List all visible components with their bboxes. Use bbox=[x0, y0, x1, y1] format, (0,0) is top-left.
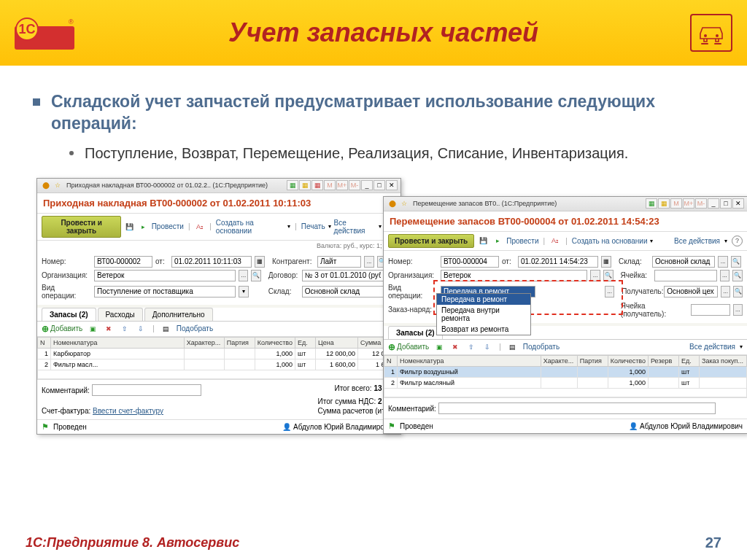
tb-icon[interactable]: ▦ bbox=[287, 180, 298, 190]
search-icon[interactable]: 🔍 bbox=[732, 270, 743, 281]
down-icon[interactable]: ⇩ bbox=[136, 324, 146, 334]
tb-m[interactable]: M bbox=[324, 180, 336, 190]
dropdown-icon[interactable]: ... bbox=[605, 286, 614, 298]
process-link[interactable]: Провести bbox=[506, 237, 538, 245]
tb-icon[interactable]: ▦ bbox=[658, 198, 670, 209]
items-table[interactable]: N Номенклатура Характер... Партия Количе… bbox=[37, 337, 400, 379]
comment-field[interactable] bbox=[92, 384, 201, 396]
search-icon[interactable]: 🔍 bbox=[251, 270, 260, 281]
close-icon[interactable]: ✕ bbox=[386, 180, 398, 190]
cell2-field[interactable] bbox=[691, 304, 730, 316]
process-icon[interactable]: ▸ bbox=[139, 222, 148, 232]
tb-mminus[interactable]: M- bbox=[695, 198, 707, 209]
process-link[interactable]: Провести bbox=[152, 222, 184, 230]
org-field[interactable] bbox=[94, 270, 236, 281]
warehouse-field[interactable] bbox=[302, 286, 384, 298]
search-icon[interactable]: 🔍 bbox=[733, 286, 743, 298]
number-field[interactable] bbox=[441, 256, 499, 268]
dropdown-option[interactable]: Возврат из ремонта bbox=[437, 324, 530, 335]
select-icon[interactable]: ... bbox=[590, 270, 600, 281]
create-based-link[interactable]: Создать на основании bbox=[572, 237, 648, 245]
down-icon[interactable]: ⇩ bbox=[482, 342, 492, 352]
date-field[interactable] bbox=[171, 256, 252, 268]
create-based-link[interactable]: Создать на основании bbox=[216, 219, 285, 235]
select-link[interactable]: Подобрать bbox=[177, 324, 213, 332]
contract-field[interactable] bbox=[302, 270, 384, 281]
tb-icon[interactable]: ▦ bbox=[299, 180, 311, 190]
operation-field[interactable] bbox=[94, 286, 236, 298]
select-link[interactable]: Подобрать bbox=[523, 343, 560, 351]
select-icon[interactable]: ... bbox=[720, 270, 730, 281]
select-icon[interactable]: ... bbox=[718, 256, 728, 268]
minimize-icon[interactable]: _ bbox=[708, 198, 719, 209]
tb-icon[interactable]: ▦ bbox=[311, 180, 323, 190]
add-button[interactable]: ⊕Добавить bbox=[42, 324, 82, 334]
save-icon[interactable]: 💾 bbox=[125, 222, 134, 232]
table-row[interactable]: 1Карбюратор1,000шт12 000,0012 000,0 bbox=[38, 348, 400, 359]
calendar-icon[interactable]: ▦ bbox=[601, 256, 611, 268]
all-actions-link[interactable]: Все действия bbox=[689, 343, 735, 351]
titlebar[interactable]: ⬤ ☆ Перемещение запасов ВТ0.. (1С:Предпр… bbox=[384, 197, 747, 211]
tab-expenses[interactable]: Расходы bbox=[98, 308, 143, 321]
invoice-link[interactable]: Ввести счет-фактуру bbox=[93, 407, 163, 415]
star-icon[interactable]: ☆ bbox=[53, 180, 63, 190]
warehouse-field[interactable] bbox=[652, 256, 715, 268]
calendar-icon[interactable]: ▦ bbox=[255, 256, 265, 268]
delete-icon[interactable]: ✖ bbox=[104, 324, 114, 334]
tb-m[interactable]: M bbox=[670, 198, 682, 209]
contragent-field[interactable] bbox=[317, 256, 361, 268]
date-field[interactable] bbox=[518, 256, 598, 268]
select-icon[interactable]: ... bbox=[364, 256, 374, 268]
receiver-field[interactable] bbox=[664, 286, 718, 298]
table-row[interactable]: 2Фильтр масляный1,000шт bbox=[384, 377, 747, 388]
search-icon[interactable]: 🔍 bbox=[603, 270, 614, 281]
process-icon[interactable]: ▸ bbox=[492, 236, 503, 246]
list-icon[interactable]: ▤ bbox=[508, 342, 518, 352]
tab-stocks[interactable]: Запасы (2) bbox=[42, 308, 96, 321]
org-field[interactable] bbox=[441, 270, 587, 281]
select-icon[interactable]: ... bbox=[239, 270, 248, 281]
select-icon[interactable]: ... bbox=[733, 304, 743, 316]
all-actions-link[interactable]: Все действия bbox=[334, 219, 375, 235]
tb-icon[interactable]: ▦ bbox=[646, 198, 657, 209]
tb-mplus[interactable]: M+ bbox=[683, 198, 694, 209]
process-close-button[interactable]: Провести и закрыть bbox=[388, 234, 474, 248]
print-link[interactable]: Печать bbox=[301, 222, 325, 230]
copy-icon[interactable]: ▣ bbox=[434, 342, 444, 352]
close-icon[interactable]: ✕ bbox=[732, 198, 744, 209]
add-button[interactable]: ⊕Добавить bbox=[388, 342, 429, 352]
titlebar[interactable]: ⬤ ☆ Приходная накладная ВТ00-000002 от 0… bbox=[37, 179, 400, 193]
maximize-icon[interactable]: □ bbox=[720, 198, 732, 209]
table-row[interactable] bbox=[384, 388, 747, 397]
all-actions-link[interactable]: Все действия bbox=[674, 237, 720, 245]
dropdown-icon[interactable]: ▾ bbox=[239, 286, 248, 298]
dropdown-option[interactable]: Передача в ремонт bbox=[437, 294, 530, 305]
save-icon[interactable]: 💾 bbox=[478, 236, 488, 246]
select-icon[interactable]: ... bbox=[721, 286, 730, 298]
tb-mminus[interactable]: M- bbox=[349, 180, 360, 190]
az-icon[interactable]: A₂ bbox=[196, 222, 205, 232]
copy-icon[interactable]: ▣ bbox=[88, 324, 98, 334]
cell-field[interactable] bbox=[654, 270, 717, 281]
minimize-icon[interactable]: _ bbox=[361, 180, 373, 190]
number-field[interactable] bbox=[94, 256, 152, 268]
up-icon[interactable]: ⇧ bbox=[120, 324, 130, 334]
table-row[interactable]: 2Фильтр масл...1,000шт1 600,001 600,0 bbox=[38, 359, 400, 370]
comment-field[interactable] bbox=[438, 402, 716, 414]
process-close-button[interactable]: Провести и закрыть bbox=[42, 216, 121, 238]
star-icon[interactable]: ☆ bbox=[399, 198, 409, 209]
items-table[interactable]: N Номенклатура Характе... Партия Количес… bbox=[384, 355, 747, 397]
table-row[interactable]: 1Фильтр воздушный1,000шт bbox=[384, 366, 747, 377]
dropdown-option[interactable]: Передача внутри ремонта bbox=[437, 305, 530, 324]
help-icon[interactable]: ? bbox=[732, 236, 743, 246]
operation-dropdown[interactable]: Передача в ремонт Передача внутри ремонт… bbox=[436, 293, 531, 335]
search-icon[interactable]: 🔍 bbox=[731, 256, 741, 268]
tb-mplus[interactable]: M+ bbox=[336, 180, 348, 190]
list-icon[interactable]: ▤ bbox=[161, 324, 171, 334]
table-row[interactable] bbox=[38, 370, 400, 378]
tab-stocks[interactable]: Запасы (2) bbox=[388, 326, 443, 339]
az-icon[interactable]: A₂ bbox=[550, 236, 560, 246]
delete-icon[interactable]: ✖ bbox=[450, 342, 460, 352]
tab-extra[interactable]: Дополнительно bbox=[144, 308, 213, 321]
maximize-icon[interactable]: □ bbox=[374, 180, 385, 190]
